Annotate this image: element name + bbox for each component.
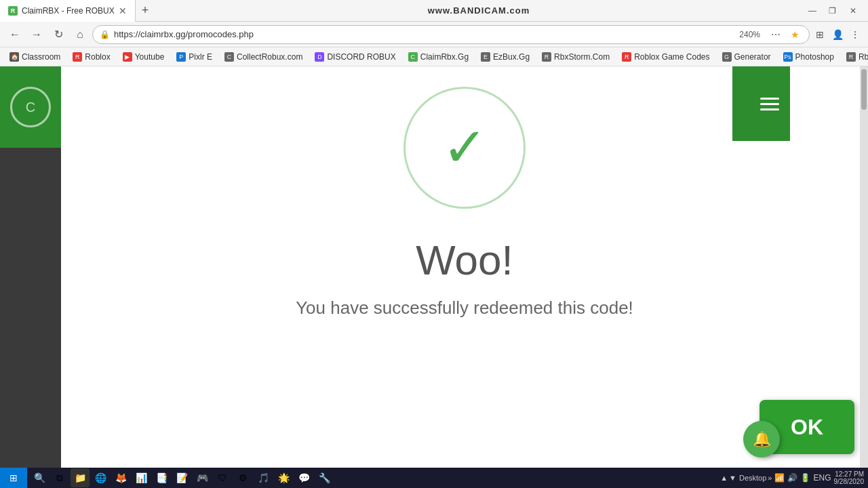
bookmark-photoshop-label: Photoshop: [795, 52, 834, 62]
hamburger-line-2: [760, 103, 779, 105]
bookmark-generator-label: Generator: [734, 52, 771, 62]
app2-icon[interactable]: 🛡: [213, 468, 232, 487]
back-button[interactable]: ←: [5, 25, 24, 44]
bookmark-rbxstorm[interactable]: R RbxStorm.Com: [536, 51, 615, 63]
close-button[interactable]: ✕: [844, 1, 863, 20]
taskbar-battery-icon[interactable]: 🔋: [800, 473, 810, 483]
start-button[interactable]: ⊞: [0, 468, 27, 488]
bookmark-discord[interactable]: D DISCORD ROBUX: [309, 51, 401, 63]
pixlr-favicon: P: [176, 52, 186, 62]
desktop-label[interactable]: Desktop »: [739, 474, 772, 482]
chrome-icon[interactable]: 🌐: [91, 468, 110, 487]
more-options-icon[interactable]: ⋯: [768, 27, 783, 42]
taskbar-scroll-indicator: ▲ ▼: [717, 474, 739, 482]
success-message: You have successfully redeemed this code…: [296, 298, 633, 319]
bookmark-rbxadder-label: RbxAdder.Com: [859, 52, 868, 62]
robloxcodes-favicon: R: [622, 52, 631, 62]
file-explorer-icon[interactable]: 📁: [71, 468, 90, 487]
app1-icon[interactable]: 🎮: [193, 468, 212, 487]
youtube-favicon: ▶: [123, 52, 132, 62]
bookmark-collectrobux[interactable]: C CollectRobux.com: [219, 51, 308, 63]
rbxstorm-favicon: R: [542, 52, 551, 62]
browser-content: C ✓ Woo! You have successfully redeemed …: [0, 66, 868, 468]
bookmark-roblox[interactable]: R Roblox: [67, 51, 115, 63]
roblox-favicon: R: [73, 52, 82, 62]
more-menu-icon[interactable]: ⋮: [848, 27, 863, 42]
bookmark-classroom-label: Classroom: [22, 52, 60, 62]
word-icon[interactable]: 📝: [172, 468, 191, 487]
app4-icon[interactable]: 🎵: [254, 468, 273, 487]
bookmark-claimrbx[interactable]: C ClaimRbx.Gg: [403, 51, 474, 63]
app7-icon[interactable]: 🔧: [315, 468, 334, 487]
new-tab-button[interactable]: +: [136, 1, 155, 20]
generator-favicon: G: [722, 52, 732, 62]
powerpoint-icon[interactable]: 📑: [152, 468, 171, 487]
bookmark-youtube-label: Youtube: [135, 52, 165, 62]
bookmark-classroom[interactable]: 🏠 Classroom: [4, 51, 66, 63]
bookmark-robloxcodes[interactable]: R Roblox Game Codes: [616, 51, 715, 63]
bookmark-pixlr[interactable]: P Pixlr E: [171, 51, 218, 63]
maximize-button[interactable]: ❐: [823, 1, 842, 20]
forward-button[interactable]: →: [27, 25, 46, 44]
taskbar-sound-icon[interactable]: 🔊: [787, 473, 797, 483]
scrollbar[interactable]: [860, 66, 868, 468]
tab-close-button[interactable]: ✕: [119, 5, 127, 16]
app3-icon[interactable]: ⚙: [233, 468, 252, 487]
hamburger-line-3: [760, 108, 779, 110]
site-logo-circle: C: [10, 87, 51, 127]
bookmark-rbxadder[interactable]: R RbxAdder.Com: [841, 51, 868, 63]
classroom-favicon: 🏠: [9, 52, 19, 62]
taskbar-clock[interactable]: 12:27 PM 9/28/2020: [834, 470, 865, 485]
app5-icon[interactable]: 🌟: [274, 468, 293, 487]
checkmark-icon: ✓: [442, 121, 488, 175]
address-box[interactable]: 🔒 https://claimrbx.gg/promocodes.php 240…: [92, 25, 810, 44]
tab-favicon: R: [8, 6, 18, 16]
zoom-level: 240%: [735, 30, 764, 39]
ezbux-favicon: E: [481, 52, 490, 62]
taskbar-network-icon[interactable]: 📶: [774, 473, 785, 483]
bookmark-photoshop[interactable]: Ps Photoshop: [778, 51, 840, 63]
excel-icon[interactable]: 📊: [132, 468, 151, 487]
browser-tab[interactable]: R ClaimRBX - Free ROBUX ✕: [0, 0, 136, 22]
search-taskbar-icon[interactable]: 🔍: [30, 468, 49, 487]
bookmark-ezbux[interactable]: E EzBux.Gg: [475, 51, 535, 63]
woo-heading: Woo!: [416, 236, 513, 284]
extensions-icon[interactable]: ⊞: [812, 27, 827, 42]
claimrbx-favicon: C: [408, 52, 418, 62]
rbxadder-favicon: R: [846, 52, 856, 62]
addressbar: ← → ↻ ⌂ 🔒 https://claimrbx.gg/promocodes…: [0, 22, 868, 47]
left-green-header: C: [0, 66, 61, 148]
refresh-button[interactable]: ↻: [49, 25, 68, 44]
profile-icon[interactable]: 👤: [830, 27, 845, 42]
bookmark-collectrobux-label: CollectRobux.com: [237, 52, 302, 62]
bookmark-ezbux-label: EzBux.Gg: [493, 52, 530, 62]
window-controls: — ❐ ✕: [803, 1, 868, 20]
taskview-icon[interactable]: ⧉: [50, 468, 69, 487]
taskbar-right: Desktop » 📶 🔊 🔋 ENG 12:27 PM 9/28/2020: [739, 470, 868, 485]
firefox-icon[interactable]: 🦊: [111, 468, 130, 487]
titlebar: R ClaimRBX - Free ROBUX ✕ + www.BANDICAM…: [0, 0, 868, 22]
bookmark-generator[interactable]: G Generator: [717, 51, 776, 63]
bookmarks-bar: 🏠 Classroom R Roblox ▶ Youtube P Pixlr E…: [0, 47, 868, 66]
notification-bell[interactable]: 🔔: [743, 421, 780, 458]
scroll-thumb[interactable]: [861, 69, 867, 110]
taskbar-lang[interactable]: ENG: [813, 473, 831, 483]
scroll-down-indicator: ▼: [729, 474, 736, 482]
bandicam-watermark: www.BANDICAM.com: [428, 5, 530, 16]
taskbar: ⊞ 🔍 ⧉ 📁 🌐 🦊 📊 📑 📝 🎮 🛡 ⚙ 🎵 🌟 💬 🔧 ▲ ▼ Desk…: [0, 468, 868, 488]
bookmark-youtube[interactable]: ▶ Youtube: [117, 51, 170, 63]
url-display: https://claimrbx.gg/promocodes.php: [114, 29, 731, 39]
app6-icon[interactable]: 💬: [294, 468, 313, 487]
bookmark-robloxcodes-label: Roblox Game Codes: [634, 52, 709, 62]
hamburger-menu-icon[interactable]: [755, 92, 785, 116]
toolbar-icons: ⊞ 👤 ⋮: [812, 27, 863, 42]
discord-favicon: D: [315, 52, 324, 62]
minimize-button[interactable]: —: [803, 1, 822, 20]
bookmark-claimrbx-label: ClaimRbx.Gg: [420, 52, 469, 62]
bookmark-star-icon[interactable]: ★: [787, 27, 802, 42]
success-circle: ✓: [403, 87, 526, 209]
home-button[interactable]: ⌂: [71, 25, 90, 44]
desktop-text: Desktop: [739, 474, 766, 482]
bookmark-pixlr-label: Pixlr E: [189, 52, 212, 62]
security-icon: 🔒: [100, 30, 110, 39]
